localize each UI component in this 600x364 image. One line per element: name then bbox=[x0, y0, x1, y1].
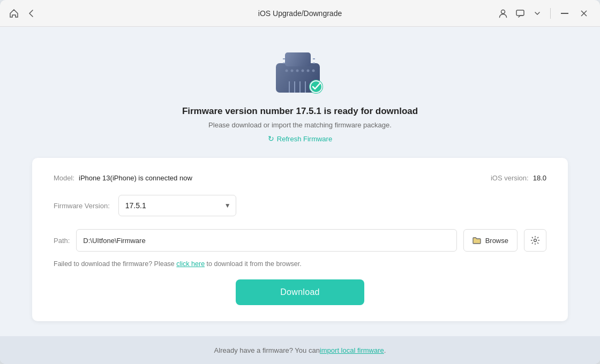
hero-title: Firmware version number 17.5.1 is ready … bbox=[182, 106, 418, 117]
minimize-button[interactable] bbox=[557, 6, 572, 21]
titlebar-left-controls bbox=[9, 8, 36, 19]
fail-text: Failed to download the firmware? Please bbox=[54, 260, 176, 268]
browse-label: Browse bbox=[485, 237, 508, 245]
titlebar: iOS Upgrade/Downgrade bbox=[0, 0, 600, 27]
fail-notice: Failed to download the firmware? Please … bbox=[54, 260, 546, 268]
model-info: Model: iPhone 13(iPhone) is connected no… bbox=[54, 174, 192, 182]
model-label: Model: bbox=[54, 174, 74, 182]
path-row: Path: D:\UItfone\Firmware Browse bbox=[54, 229, 546, 252]
close-button[interactable] bbox=[576, 6, 591, 21]
firmware-label: Firmware Version: bbox=[54, 202, 110, 210]
path-label: Path: bbox=[54, 237, 70, 245]
user-icon-button[interactable] bbox=[497, 7, 509, 20]
device-icon bbox=[273, 48, 327, 96]
titlebar-right-controls bbox=[497, 6, 591, 21]
svg-point-20 bbox=[312, 70, 315, 72]
click-here-link[interactable]: click here bbox=[176, 260, 205, 268]
home-button[interactable] bbox=[9, 8, 19, 19]
svg-point-15 bbox=[286, 70, 288, 72]
ios-label: iOS version: bbox=[491, 174, 529, 182]
svg-point-19 bbox=[307, 70, 310, 72]
titlebar-separator bbox=[550, 8, 551, 19]
path-input-wrapper: D:\UItfone\Firmware bbox=[76, 229, 456, 252]
fail-suffix: to download it from the browser. bbox=[205, 260, 302, 268]
svg-point-23 bbox=[534, 239, 537, 242]
hero-subtitle: Please download or import the matching f… bbox=[208, 121, 392, 129]
svg-rect-6 bbox=[285, 52, 311, 66]
folder-icon bbox=[472, 237, 481, 244]
footer-text-end: . bbox=[384, 346, 386, 354]
card-top-row: Model: iPhone 13(iPhone) is connected no… bbox=[54, 174, 546, 182]
device-illustration bbox=[273, 48, 327, 96]
svg-rect-1 bbox=[516, 10, 524, 16]
chevron-down-icon[interactable] bbox=[531, 7, 544, 20]
firmware-row: Firmware Version: 17.5.1 ▼ bbox=[54, 195, 546, 216]
back-button[interactable] bbox=[26, 8, 36, 19]
refresh-firmware-link[interactable]: ↻ Refresh Firmware bbox=[268, 134, 332, 143]
import-firmware-link[interactable]: import local firmware bbox=[320, 346, 384, 354]
firmware-select-wrapper: 17.5.1 ▼ bbox=[118, 195, 236, 216]
svg-point-18 bbox=[302, 70, 304, 72]
model-value: iPhone 13(iPhone) is connected now bbox=[79, 174, 192, 182]
svg-point-0 bbox=[501, 10, 505, 13]
hero-section: Firmware version number 17.5.1 is ready … bbox=[182, 48, 418, 143]
footer: Already have a firmware? You can import … bbox=[0, 336, 600, 364]
refresh-icon: ↻ bbox=[268, 134, 274, 143]
firmware-card: Model: iPhone 13(iPhone) is connected no… bbox=[32, 158, 568, 321]
firmware-version-select[interactable]: 17.5.1 bbox=[118, 195, 236, 216]
refresh-label: Refresh Firmware bbox=[277, 135, 332, 143]
svg-rect-2 bbox=[561, 13, 568, 14]
download-button[interactable]: Download bbox=[236, 279, 364, 305]
path-value: D:\UItfone\Firmware bbox=[83, 237, 145, 245]
chat-icon-button[interactable] bbox=[514, 7, 527, 20]
window-title: iOS Upgrade/Downgrade bbox=[258, 9, 342, 18]
svg-point-17 bbox=[296, 70, 299, 72]
ios-info: iOS version: 18.0 bbox=[491, 174, 546, 182]
footer-text: Already have a firmware? You can bbox=[214, 346, 320, 354]
settings-button[interactable] bbox=[524, 229, 546, 252]
ios-value: 18.0 bbox=[533, 174, 546, 182]
main-content: Firmware version number 17.5.1 is ready … bbox=[0, 27, 600, 336]
gear-icon bbox=[530, 236, 540, 245]
svg-point-16 bbox=[291, 70, 294, 72]
browse-button[interactable]: Browse bbox=[463, 229, 518, 252]
